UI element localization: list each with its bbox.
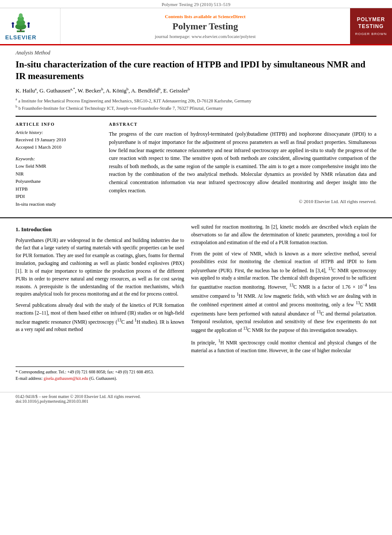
svg-point-8 bbox=[28, 22, 30, 25]
email-footnote: E-mail address: gisela.guthausen@kit.edu… bbox=[16, 375, 184, 382]
copyright-line: © 2010 Elsevier Ltd. All rights reserved… bbox=[109, 198, 376, 205]
citation-bar: Polymer Testing 29 (2010) 513–519 bbox=[0, 0, 392, 8]
body-para-2: Several publications already deal with t… bbox=[16, 302, 184, 334]
journal-header: ELSEVIER Contents lists available at Sci… bbox=[0, 8, 392, 45]
elsevier-branding: ELSEVIER bbox=[0, 8, 61, 44]
article-title: In-situ characterization of the cure rea… bbox=[16, 59, 376, 83]
sciencedirect-label: Contents lists available at ScienceDirec… bbox=[165, 14, 245, 19]
journal-badge: POLYMERTESTING ROGER BROWN bbox=[350, 8, 392, 44]
received-date: Received 19 January 2010 bbox=[16, 136, 102, 143]
section-type-label: Analysis Method bbox=[16, 50, 376, 56]
abstract-header: ABSTRACT bbox=[109, 121, 376, 127]
intro-section-title: 1. Introduction bbox=[16, 225, 184, 234]
body-right-column: well suited for reaction monitoring. In … bbox=[191, 223, 376, 382]
body-para-right-3: In principle, 1H NMR spectroscopy could … bbox=[191, 338, 376, 354]
journal-title-area: Contents lists available at ScienceDirec… bbox=[61, 8, 350, 44]
keyword-5: IPDI bbox=[16, 193, 102, 201]
journal-badge-title: POLYMERTESTING bbox=[357, 16, 385, 30]
keywords-label: Keywords: bbox=[16, 156, 102, 162]
history-label: Article history: bbox=[16, 129, 102, 136]
keyword-6: In-situ reaction study bbox=[16, 201, 102, 208]
article-info-abstract: ARTICLE INFO Article history: Received 1… bbox=[16, 116, 376, 213]
affiliations: a a Institute for Mechanical Process Eng… bbox=[16, 97, 376, 112]
footer: 0142-9418/$ – see front matter © 2010 El… bbox=[0, 392, 392, 405]
article-info-column: ARTICLE INFO Article history: Received 1… bbox=[16, 121, 102, 213]
corresponding-footnote: * Corresponding author. Tel.: +49 (0) 72… bbox=[16, 369, 184, 375]
citation-text: Polymer Testing 29 (2010) 513–519 bbox=[162, 2, 230, 7]
keyword-4: HTPB bbox=[16, 185, 102, 193]
svg-rect-9 bbox=[28, 25, 30, 28]
body-para-1: Polyurethanes (PUR) are widespread in th… bbox=[16, 237, 184, 299]
abstract-column: ABSTRACT The progress of the cure reacti… bbox=[109, 121, 376, 213]
keyword-3: Polyurethane bbox=[16, 178, 102, 185]
elsevier-logo: ELSEVIER bbox=[5, 12, 36, 41]
main-body: 1. Introduction Polyurethanes (PUR) are … bbox=[0, 217, 392, 387]
footnotes-area: * Corresponding author. Tel.: +49 (0) 72… bbox=[16, 337, 184, 382]
journal-homepage: journal homepage: www.elsevier.com/locat… bbox=[155, 34, 255, 39]
article-section: Analysis Method In-situ characterization… bbox=[0, 45, 392, 213]
svg-point-5 bbox=[19, 13, 23, 18]
keywords-section: Keywords: Low field NMR NIR Polyurethane… bbox=[16, 156, 102, 208]
elsevier-wordmark: ELSEVIER bbox=[5, 34, 36, 41]
affiliation-a: a a Institute for Mechanical Process Eng… bbox=[16, 97, 376, 104]
elsevier-tree-icon bbox=[8, 12, 34, 33]
journal-badge-subtitle: ROGER BROWN bbox=[355, 32, 387, 36]
authors-line: K. Hailua, G. Guthausena,*, W. Beckerb, … bbox=[16, 87, 376, 94]
affiliation-b: b b Fraunhofer-Institute for Chemical Te… bbox=[16, 104, 376, 111]
journal-title: Polymer Testing bbox=[172, 21, 238, 32]
abstract-text: The progress of the cure reaction of hyd… bbox=[109, 130, 376, 194]
article-history: ARTICLE INFO Article history: Received 1… bbox=[16, 121, 102, 150]
keyword-1: Low field NMR bbox=[16, 162, 102, 170]
body-left-column: 1. Introduction Polyurethanes (PUR) are … bbox=[16, 223, 184, 382]
body-para-right-1: well suited for reaction monitoring. In … bbox=[191, 223, 376, 246]
svg-rect-7 bbox=[12, 25, 14, 28]
keywords-list: Low field NMR NIR Polyurethane HTPB IPDI… bbox=[16, 162, 102, 208]
keyword-2: NIR bbox=[16, 170, 102, 178]
body-para-right-2: From the point of view of NMR, which is … bbox=[191, 250, 376, 334]
article-info-header: ARTICLE INFO bbox=[16, 121, 102, 127]
footer-text: 0142-9418/$ – see front matter © 2010 El… bbox=[16, 394, 376, 404]
accepted-date: Accepted 1 March 2010 bbox=[16, 143, 102, 151]
svg-point-6 bbox=[12, 22, 14, 25]
